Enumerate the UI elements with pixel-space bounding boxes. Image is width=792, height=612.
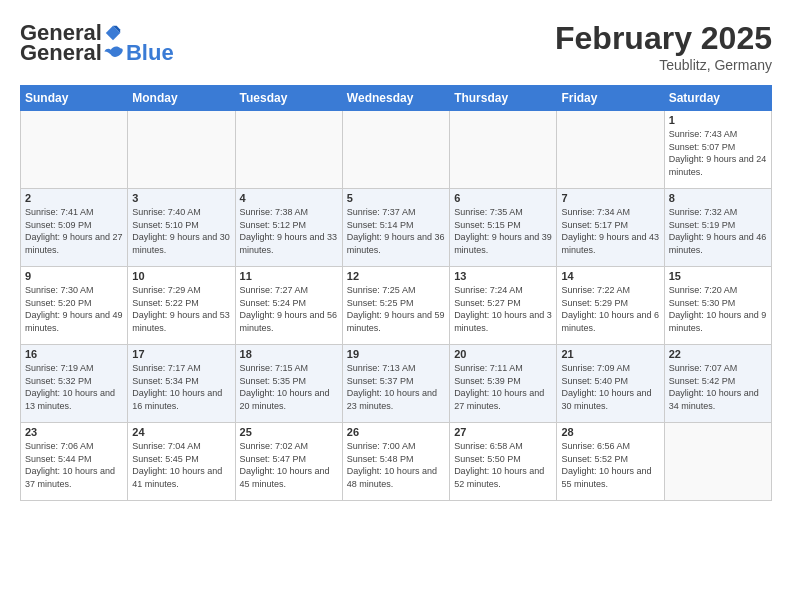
day-info: Sunrise: 7:02 AM Sunset: 5:47 PM Dayligh… (240, 440, 338, 490)
day-info: Sunrise: 7:35 AM Sunset: 5:15 PM Dayligh… (454, 206, 552, 256)
day-number: 12 (347, 270, 445, 282)
day-info: Sunrise: 7:29 AM Sunset: 5:22 PM Dayligh… (132, 284, 230, 334)
day-info: Sunrise: 7:17 AM Sunset: 5:34 PM Dayligh… (132, 362, 230, 412)
day-number: 22 (669, 348, 767, 360)
day-info: Sunrise: 7:11 AM Sunset: 5:39 PM Dayligh… (454, 362, 552, 412)
calendar-cell: 17Sunrise: 7:17 AM Sunset: 5:34 PM Dayli… (128, 345, 235, 423)
day-number: 17 (132, 348, 230, 360)
calendar-cell (21, 111, 128, 189)
day-info: Sunrise: 7:25 AM Sunset: 5:25 PM Dayligh… (347, 284, 445, 334)
day-number: 24 (132, 426, 230, 438)
day-info: Sunrise: 7:27 AM Sunset: 5:24 PM Dayligh… (240, 284, 338, 334)
calendar-cell: 26Sunrise: 7:00 AM Sunset: 5:48 PM Dayli… (342, 423, 449, 501)
day-info: Sunrise: 6:58 AM Sunset: 5:50 PM Dayligh… (454, 440, 552, 490)
calendar-week-row: 9Sunrise: 7:30 AM Sunset: 5:20 PM Daylig… (21, 267, 772, 345)
calendar-cell: 21Sunrise: 7:09 AM Sunset: 5:40 PM Dayli… (557, 345, 664, 423)
day-info: Sunrise: 7:22 AM Sunset: 5:29 PM Dayligh… (561, 284, 659, 334)
day-info: Sunrise: 7:00 AM Sunset: 5:48 PM Dayligh… (347, 440, 445, 490)
calendar: Sunday Monday Tuesday Wednesday Thursday… (20, 85, 772, 501)
header: General General Blue February 2025 Teubl… (20, 20, 772, 73)
day-info: Sunrise: 7:04 AM Sunset: 5:45 PM Dayligh… (132, 440, 230, 490)
calendar-cell: 4Sunrise: 7:38 AM Sunset: 5:12 PM Daylig… (235, 189, 342, 267)
day-number: 19 (347, 348, 445, 360)
calendar-cell: 23Sunrise: 7:06 AM Sunset: 5:44 PM Dayli… (21, 423, 128, 501)
calendar-cell (342, 111, 449, 189)
logo-bird-icon (104, 45, 124, 61)
col-sunday: Sunday (21, 86, 128, 111)
logo-blue: Blue (126, 40, 174, 66)
calendar-cell: 10Sunrise: 7:29 AM Sunset: 5:22 PM Dayli… (128, 267, 235, 345)
day-info: Sunrise: 7:06 AM Sunset: 5:44 PM Dayligh… (25, 440, 123, 490)
day-info: Sunrise: 7:43 AM Sunset: 5:07 PM Dayligh… (669, 128, 767, 178)
calendar-week-row: 23Sunrise: 7:06 AM Sunset: 5:44 PM Dayli… (21, 423, 772, 501)
day-number: 4 (240, 192, 338, 204)
calendar-cell: 2Sunrise: 7:41 AM Sunset: 5:09 PM Daylig… (21, 189, 128, 267)
day-number: 5 (347, 192, 445, 204)
calendar-cell: 28Sunrise: 6:56 AM Sunset: 5:52 PM Dayli… (557, 423, 664, 501)
day-number: 18 (240, 348, 338, 360)
title-block: February 2025 Teublitz, Germany (555, 20, 772, 73)
calendar-cell (128, 111, 235, 189)
calendar-cell: 24Sunrise: 7:04 AM Sunset: 5:45 PM Dayli… (128, 423, 235, 501)
col-wednesday: Wednesday (342, 86, 449, 111)
calendar-cell (664, 423, 771, 501)
day-number: 20 (454, 348, 552, 360)
day-number: 26 (347, 426, 445, 438)
day-info: Sunrise: 7:34 AM Sunset: 5:17 PM Dayligh… (561, 206, 659, 256)
day-number: 27 (454, 426, 552, 438)
day-info: Sunrise: 7:13 AM Sunset: 5:37 PM Dayligh… (347, 362, 445, 412)
day-info: Sunrise: 7:20 AM Sunset: 5:30 PM Dayligh… (669, 284, 767, 334)
calendar-cell: 5Sunrise: 7:37 AM Sunset: 5:14 PM Daylig… (342, 189, 449, 267)
calendar-cell: 25Sunrise: 7:02 AM Sunset: 5:47 PM Dayli… (235, 423, 342, 501)
day-number: 11 (240, 270, 338, 282)
day-info: Sunrise: 7:07 AM Sunset: 5:42 PM Dayligh… (669, 362, 767, 412)
day-number: 21 (561, 348, 659, 360)
day-info: Sunrise: 7:37 AM Sunset: 5:14 PM Dayligh… (347, 206, 445, 256)
calendar-cell: 16Sunrise: 7:19 AM Sunset: 5:32 PM Dayli… (21, 345, 128, 423)
day-info: Sunrise: 7:38 AM Sunset: 5:12 PM Dayligh… (240, 206, 338, 256)
day-number: 13 (454, 270, 552, 282)
col-saturday: Saturday (664, 86, 771, 111)
calendar-week-row: 2Sunrise: 7:41 AM Sunset: 5:09 PM Daylig… (21, 189, 772, 267)
calendar-cell: 3Sunrise: 7:40 AM Sunset: 5:10 PM Daylig… (128, 189, 235, 267)
calendar-cell (235, 111, 342, 189)
day-info: Sunrise: 7:24 AM Sunset: 5:27 PM Dayligh… (454, 284, 552, 334)
day-info: Sunrise: 7:09 AM Sunset: 5:40 PM Dayligh… (561, 362, 659, 412)
calendar-cell: 13Sunrise: 7:24 AM Sunset: 5:27 PM Dayli… (450, 267, 557, 345)
calendar-cell: 22Sunrise: 7:07 AM Sunset: 5:42 PM Dayli… (664, 345, 771, 423)
day-number: 14 (561, 270, 659, 282)
calendar-cell (450, 111, 557, 189)
calendar-cell: 19Sunrise: 7:13 AM Sunset: 5:37 PM Dayli… (342, 345, 449, 423)
day-number: 23 (25, 426, 123, 438)
day-info: Sunrise: 6:56 AM Sunset: 5:52 PM Dayligh… (561, 440, 659, 490)
page: General General Blue February 2025 Teubl… (0, 0, 792, 511)
col-monday: Monday (128, 86, 235, 111)
day-number: 2 (25, 192, 123, 204)
day-info: Sunrise: 7:32 AM Sunset: 5:19 PM Dayligh… (669, 206, 767, 256)
day-number: 9 (25, 270, 123, 282)
calendar-week-row: 16Sunrise: 7:19 AM Sunset: 5:32 PM Dayli… (21, 345, 772, 423)
calendar-cell: 9Sunrise: 7:30 AM Sunset: 5:20 PM Daylig… (21, 267, 128, 345)
calendar-cell: 27Sunrise: 6:58 AM Sunset: 5:50 PM Dayli… (450, 423, 557, 501)
calendar-cell (557, 111, 664, 189)
day-number: 6 (454, 192, 552, 204)
col-tuesday: Tuesday (235, 86, 342, 111)
day-info: Sunrise: 7:15 AM Sunset: 5:35 PM Dayligh… (240, 362, 338, 412)
day-number: 25 (240, 426, 338, 438)
day-info: Sunrise: 7:40 AM Sunset: 5:10 PM Dayligh… (132, 206, 230, 256)
calendar-cell: 18Sunrise: 7:15 AM Sunset: 5:35 PM Dayli… (235, 345, 342, 423)
logo-general-2: General (20, 40, 102, 66)
day-number: 28 (561, 426, 659, 438)
logo: General General Blue (20, 20, 174, 66)
day-number: 10 (132, 270, 230, 282)
col-thursday: Thursday (450, 86, 557, 111)
day-number: 8 (669, 192, 767, 204)
calendar-cell: 14Sunrise: 7:22 AM Sunset: 5:29 PM Dayli… (557, 267, 664, 345)
calendar-cell: 8Sunrise: 7:32 AM Sunset: 5:19 PM Daylig… (664, 189, 771, 267)
calendar-cell: 12Sunrise: 7:25 AM Sunset: 5:25 PM Dayli… (342, 267, 449, 345)
day-info: Sunrise: 7:19 AM Sunset: 5:32 PM Dayligh… (25, 362, 123, 412)
month-title: February 2025 (555, 20, 772, 57)
calendar-cell: 20Sunrise: 7:11 AM Sunset: 5:39 PM Dayli… (450, 345, 557, 423)
calendar-header-row: Sunday Monday Tuesday Wednesday Thursday… (21, 86, 772, 111)
location: Teublitz, Germany (555, 57, 772, 73)
